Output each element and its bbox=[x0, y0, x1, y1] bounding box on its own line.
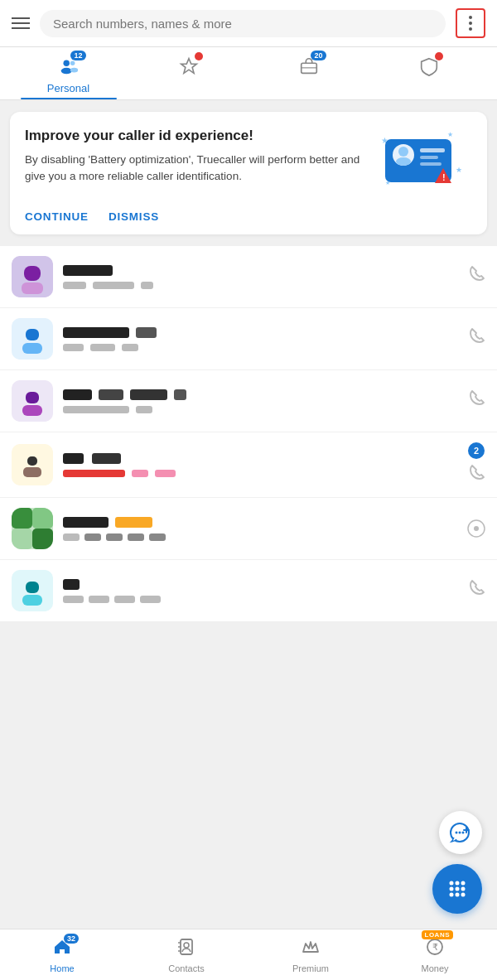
contact-item[interactable] bbox=[0, 498, 497, 560]
phone-icon[interactable] bbox=[467, 464, 485, 487]
loans-badge: LOANS bbox=[422, 930, 454, 939]
svg-text:★: ★ bbox=[456, 166, 462, 174]
nav-home[interactable]: 32 Home bbox=[0, 929, 124, 980]
svg-point-55 bbox=[456, 887, 460, 891]
bottom-nav: 32 Home Contacts Premium bbox=[0, 929, 497, 980]
avatar bbox=[12, 444, 53, 485]
svg-rect-43 bbox=[26, 582, 39, 593]
contact-right: 2 bbox=[467, 442, 485, 487]
svg-rect-44 bbox=[22, 595, 42, 606]
contacts-label: Contacts bbox=[168, 963, 204, 973]
tabs-bar: 12 Personal 20 bbox=[0, 47, 497, 100]
svg-rect-36 bbox=[12, 508, 32, 529]
tab-personal[interactable]: 12 Personal bbox=[8, 47, 128, 99]
svg-point-41 bbox=[474, 526, 479, 531]
svg-rect-33 bbox=[27, 456, 37, 466]
favorites-tab-badge bbox=[195, 52, 203, 60]
svg-point-61 bbox=[184, 943, 189, 948]
svg-point-54 bbox=[450, 887, 454, 891]
home-label: Home bbox=[50, 963, 74, 973]
phone-icon[interactable] bbox=[467, 265, 485, 288]
svg-rect-39 bbox=[32, 529, 53, 549]
svg-point-17 bbox=[396, 157, 411, 166]
svg-point-0 bbox=[469, 16, 472, 19]
nav-contacts[interactable]: Contacts bbox=[124, 929, 248, 980]
home-badge: 32 bbox=[64, 934, 79, 944]
svg-point-56 bbox=[461, 887, 466, 891]
phone-icon[interactable] bbox=[467, 579, 485, 602]
contact-info bbox=[63, 579, 457, 603]
caller-id-card: Improve your caller id experience! By di… bbox=[10, 112, 487, 234]
contact-info bbox=[63, 265, 457, 289]
avatar bbox=[12, 256, 53, 297]
svg-point-47 bbox=[459, 832, 461, 834]
svg-point-4 bbox=[60, 68, 71, 74]
svg-point-48 bbox=[462, 832, 465, 834]
avatar bbox=[12, 508, 53, 549]
svg-point-6 bbox=[70, 68, 77, 73]
home-icon: 32 bbox=[52, 937, 72, 962]
money-icon: ₹ LOANS bbox=[425, 937, 445, 962]
contact-right bbox=[467, 265, 485, 288]
avatar bbox=[12, 380, 53, 422]
dismiss-button[interactable]: DISMISS bbox=[109, 210, 159, 223]
phone-icon[interactable] bbox=[467, 389, 485, 413]
svg-rect-38 bbox=[12, 529, 32, 549]
svg-rect-27 bbox=[26, 329, 39, 340]
premium-icon bbox=[301, 937, 321, 962]
svg-text:★: ★ bbox=[447, 131, 453, 138]
svg-rect-30 bbox=[26, 392, 39, 403]
svg-point-2 bbox=[469, 27, 472, 31]
contact-item[interactable] bbox=[0, 370, 497, 432]
fab-area bbox=[432, 811, 482, 914]
contacts-icon bbox=[176, 937, 196, 962]
svg-rect-25 bbox=[22, 282, 43, 294]
svg-point-58 bbox=[456, 893, 460, 897]
tab-business[interactable]: 20 bbox=[248, 47, 369, 99]
svg-rect-18 bbox=[420, 148, 445, 152]
contact-right bbox=[467, 519, 485, 538]
nav-premium[interactable]: Premium bbox=[248, 929, 373, 980]
contact-right bbox=[467, 579, 485, 602]
contact-info bbox=[63, 389, 457, 413]
avatar bbox=[12, 570, 53, 611]
avatar bbox=[12, 318, 53, 360]
contact-item[interactable] bbox=[0, 246, 497, 308]
shield-tab-badge bbox=[435, 52, 443, 60]
card-illustration: ★ ★ ★ ★ ! bbox=[373, 127, 472, 197]
top-bar bbox=[0, 0, 497, 47]
svg-point-3 bbox=[63, 60, 69, 66]
phone-icon[interactable] bbox=[467, 327, 485, 350]
continue-button[interactable]: CONTINUE bbox=[25, 210, 89, 223]
search-input[interactable] bbox=[40, 10, 446, 37]
svg-point-57 bbox=[450, 893, 454, 897]
hamburger-menu[interactable] bbox=[12, 17, 30, 29]
contact-right bbox=[467, 327, 485, 350]
contact-list: 2 bbox=[0, 246, 497, 622]
contact-item[interactable] bbox=[0, 308, 497, 370]
svg-rect-28 bbox=[22, 343, 42, 354]
svg-point-52 bbox=[456, 881, 460, 886]
contact-info bbox=[63, 327, 457, 351]
card-title: Improve your caller id experience! bbox=[25, 127, 361, 145]
svg-point-51 bbox=[450, 881, 454, 886]
contact-info bbox=[63, 453, 457, 477]
contact-item[interactable] bbox=[0, 560, 497, 622]
nav-money[interactable]: ₹ LOANS Money bbox=[373, 929, 497, 980]
chat-plus-button[interactable] bbox=[439, 811, 482, 854]
svg-point-16 bbox=[398, 147, 408, 157]
svg-rect-34 bbox=[23, 467, 41, 477]
svg-point-53 bbox=[461, 881, 466, 886]
more-options-button[interactable] bbox=[456, 8, 485, 38]
business-tab-badge: 20 bbox=[311, 51, 326, 60]
dialpad-button[interactable] bbox=[432, 864, 482, 914]
premium-label: Premium bbox=[292, 963, 329, 973]
svg-marker-7 bbox=[181, 59, 196, 74]
tab-shield[interactable] bbox=[369, 47, 489, 99]
svg-rect-19 bbox=[420, 156, 438, 159]
svg-rect-20 bbox=[420, 162, 442, 166]
tab-favorites[interactable] bbox=[128, 47, 248, 99]
svg-point-59 bbox=[461, 893, 466, 897]
notification-badge: 2 bbox=[468, 442, 485, 459]
contact-item[interactable]: 2 bbox=[0, 432, 497, 498]
